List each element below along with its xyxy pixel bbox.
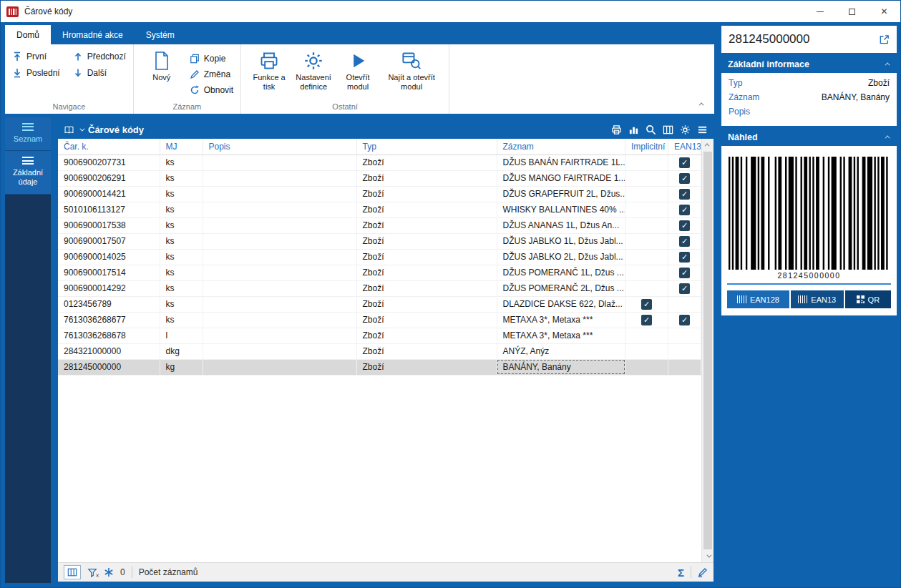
- table-row[interactable]: 7613036268678 l Zboží METAXA 3*, Metaxa …: [58, 328, 701, 343]
- checkbox-checked-icon[interactable]: ✓: [679, 173, 690, 184]
- sidebar-item-seznam[interactable]: Seznam: [5, 117, 51, 151]
- barcode-preview: 281245000000: [727, 154, 891, 285]
- play-icon: [348, 51, 368, 71]
- checkbox-checked-icon[interactable]: ✓: [679, 268, 690, 278]
- view-book-button[interactable]: [64, 124, 74, 135]
- table-row[interactable]: 9006900014292 ks Zboží DŽUS POMERANČ 2L,…: [58, 280, 701, 296]
- table-row[interactable]: 9006900014421 ks Zboží DŽUS GRAPEFRUIT 2…: [58, 186, 701, 202]
- tab-domu[interactable]: Domů: [5, 25, 51, 44]
- table-row[interactable]: 0123456789 ks Zboží DLAZDICE DAKSE 622, …: [58, 296, 701, 312]
- sidebar-item-zakladni-udaje-label: Základní údaje: [6, 168, 49, 187]
- format-ean13-button[interactable]: EAN13: [791, 290, 844, 308]
- scroll-thumb[interactable]: [703, 152, 712, 549]
- change-button[interactable]: Změna: [190, 69, 233, 79]
- new-button[interactable]: Nový: [141, 49, 182, 100]
- format-qr-button[interactable]: QR: [845, 290, 891, 308]
- table-row[interactable]: 5010106113127 ks Zboží WHISKY BALLANTINE…: [58, 202, 701, 217]
- nav-first-button[interactable]: První: [12, 52, 60, 62]
- checkbox-checked-icon[interactable]: ✓: [679, 283, 690, 294]
- checkbox-checked-icon[interactable]: ✓: [679, 189, 690, 200]
- sidebar-item-seznam-label: Seznam: [14, 134, 42, 144]
- maximize-icon: [849, 9, 855, 15]
- maximize-button[interactable]: [836, 1, 868, 22]
- checkbox-checked-icon[interactable]: ✓: [641, 299, 652, 310]
- sum-button[interactable]: Σ: [678, 567, 684, 579]
- column-header-mj[interactable]: MJ: [160, 139, 203, 155]
- checkbox-checked-icon[interactable]: ✓: [679, 236, 690, 247]
- tab-hromadne-akce[interactable]: Hromadné akce: [51, 25, 135, 44]
- ribbon-collapse-button[interactable]: [701, 96, 704, 109]
- columns-button[interactable]: [663, 124, 673, 135]
- cell-popis: [203, 202, 356, 217]
- table-row[interactable]: 9006900017538 ks Zboží DŽUS ANANAS 1L, D…: [58, 217, 701, 233]
- search-settings-button[interactable]: [646, 124, 656, 135]
- refresh-button[interactable]: Obnovit: [190, 85, 233, 95]
- cell-code: 5010106113127: [58, 202, 160, 217]
- copy-button[interactable]: Kopie: [190, 54, 233, 64]
- nav-next-button[interactable]: Další: [73, 68, 126, 78]
- minimize-button[interactable]: [804, 1, 836, 22]
- cell-zaznam: DŽUS BANÁN FAIRTRADE 1L...: [497, 155, 625, 170]
- chevron-up-icon: [699, 102, 704, 107]
- table-row[interactable]: 9006900206291 ks Zboží DŽUS MANGO FAIRTR…: [58, 170, 701, 186]
- settings-button[interactable]: [680, 124, 691, 135]
- functions-print-button[interactable]: Funkce a tisk: [248, 49, 290, 100]
- grid-menu-button[interactable]: [697, 124, 708, 135]
- checkbox-checked-icon[interactable]: ✓: [679, 252, 690, 263]
- sidebar-item-zakladni-udaje[interactable]: Základní údaje: [5, 151, 51, 194]
- cell-typ: Zboží: [356, 249, 497, 265]
- cell-implicitni: [625, 343, 668, 359]
- cell-ean13: ✓: [668, 170, 701, 186]
- preview-header[interactable]: Náhled: [721, 128, 897, 146]
- table-row[interactable]: 281245000000 kg Zboží BANÁNY, Banány: [58, 359, 701, 375]
- column-header-car-k[interactable]: Čar. k.: [58, 139, 160, 155]
- column-header-implicitni[interactable]: Implicitní: [625, 139, 668, 155]
- open-module-button[interactable]: Otevřít modul: [337, 49, 379, 100]
- table-row[interactable]: 284321000000 dkg Zboží ANÝZ, Anýz: [58, 343, 701, 359]
- field-typ-label: Typ: [729, 78, 742, 88]
- view-dropdown-button[interactable]: [79, 128, 83, 132]
- scroll-down-button[interactable]: [702, 550, 714, 562]
- checkbox-checked-icon[interactable]: ✓: [679, 157, 690, 168]
- chart-button[interactable]: [628, 124, 639, 135]
- refresh-icon: [190, 85, 200, 95]
- definition-settings-button[interactable]: Nastavení definice: [293, 49, 334, 100]
- cell-mj: ks: [160, 280, 203, 296]
- checkbox-checked-icon[interactable]: ✓: [679, 315, 690, 325]
- table-row[interactable]: 9006900014025 ks Zboží DŽUS JABLKO 2L, D…: [58, 249, 701, 265]
- scroll-up-button[interactable]: [702, 139, 714, 151]
- cell-code: 9006900017538: [58, 217, 160, 233]
- cell-zaznam: DŽUS GRAPEFRUIT 2L, Džus...: [497, 186, 625, 202]
- cell-implicitni: ✓: [625, 312, 668, 328]
- checkbox-checked-icon[interactable]: ✓: [679, 220, 690, 231]
- edit-button[interactable]: [698, 567, 708, 577]
- nav-last-button[interactable]: Poslední: [12, 68, 60, 78]
- asterisk-icon: [104, 567, 114, 577]
- column-header-ean13[interactable]: EAN13: [668, 139, 701, 155]
- find-open-module-button[interactable]: Najít a otevřít modul: [381, 49, 442, 100]
- table-row[interactable]: 7613036268677 ks Zboží METAXA 3*, Metaxa…: [58, 312, 701, 328]
- table-row[interactable]: 9006900017514 ks Zboží DŽUS POMERANČ 1L,…: [58, 265, 701, 280]
- close-button[interactable]: ✕: [868, 1, 900, 22]
- titlebar: Čárové kódy ✕: [1, 1, 900, 22]
- basic-info-header[interactable]: Základní informace: [721, 55, 897, 73]
- print-button[interactable]: [611, 124, 622, 135]
- column-header-typ[interactable]: Typ: [356, 139, 497, 155]
- vertical-scrollbar[interactable]: [701, 139, 714, 562]
- cell-code: 9006900017514: [58, 265, 160, 280]
- open-record-button[interactable]: [879, 34, 890, 45]
- column-header-popis[interactable]: Popis: [203, 139, 356, 155]
- conditions-button[interactable]: [104, 567, 114, 577]
- cell-code: 281245000000: [58, 359, 160, 375]
- format-ean128-button[interactable]: EAN128: [727, 290, 789, 308]
- filter-button[interactable]: ✕: [87, 567, 97, 577]
- nav-previous-button[interactable]: Předchozí: [73, 52, 126, 62]
- view-mode-button[interactable]: [64, 565, 81, 579]
- table-row[interactable]: 9006900017507 ks Zboží DŽUS JABLKO 1L, D…: [58, 233, 701, 249]
- checkbox-checked-icon[interactable]: ✓: [679, 205, 690, 215]
- checkbox-checked-icon[interactable]: ✓: [641, 315, 652, 325]
- tab-system[interactable]: Systém: [135, 25, 186, 44]
- field-popis-label: Popis: [729, 107, 750, 117]
- table-row[interactable]: 9006900207731 ks Zboží DŽUS BANÁN FAIRTR…: [58, 155, 701, 170]
- column-header-zaznam[interactable]: Záznam: [497, 139, 625, 155]
